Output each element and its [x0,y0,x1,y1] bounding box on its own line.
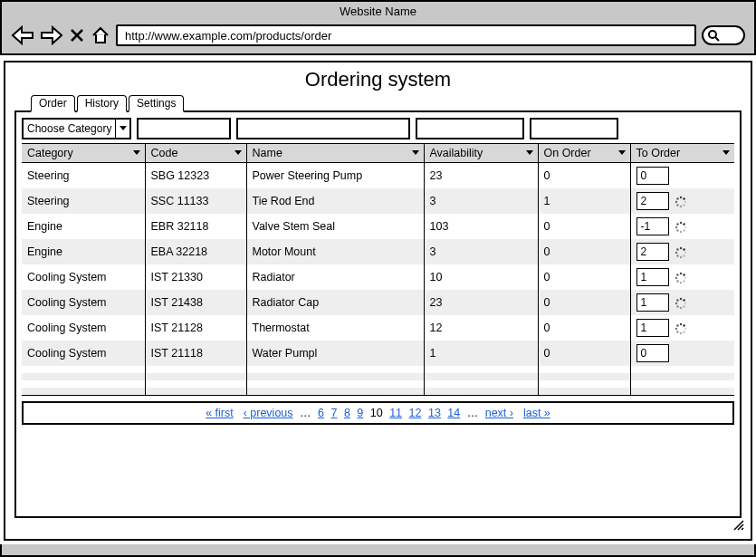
svg-point-25 [684,277,685,279]
cell-category: Engine [22,239,145,264]
sort-arrow-icon [525,147,534,159]
svg-point-34 [683,305,684,307]
search-button[interactable] [702,25,745,45]
tab-history[interactable]: History [77,95,127,112]
svg-point-26 [683,280,684,282]
cell-onorder: 0 [538,214,630,239]
to-order-input[interactable] [636,192,669,210]
to-order-input[interactable] [636,268,669,286]
svg-point-24 [683,248,684,250]
page-first-link[interactable]: « first [206,407,234,419]
page-next-link[interactable]: next › [485,407,513,419]
svg-point-22 [676,248,678,250]
resize-grip-icon[interactable] [732,519,745,535]
cell-code: EBR 32118 [145,214,246,239]
svg-point-30 [676,274,678,275]
page-link[interactable]: 6 [318,407,324,419]
dropdown-arrow-icon [115,120,129,138]
table-row: Cooling SystemIST 21128Thermostat120 [22,315,734,341]
col-header-category[interactable]: Category [22,144,145,163]
cell-availability: 1 [424,341,538,366]
svg-point-6 [676,197,678,199]
svg-point-9 [684,226,685,228]
sort-arrow-icon [617,147,627,159]
cell-code: SSC 11133 [145,188,246,214]
table-row: EngineEBA 32218Motor Mount30 [22,239,734,264]
page-link[interactable]: 13 [428,407,441,419]
col-header-toorder[interactable]: To Order [630,144,734,163]
url-input[interactable] [116,24,696,46]
page-link[interactable]: 7 [330,407,337,419]
tabs: Order History Settings [31,93,742,110]
svg-point-3 [679,206,681,207]
products-table: Category Code Name Availability On Order… [22,143,734,396]
svg-point-38 [676,299,678,301]
sort-arrow-icon [132,147,141,159]
svg-point-10 [683,229,684,231]
col-header-code[interactable]: Code [145,144,246,163]
svg-point-18 [683,254,684,256]
cell-category: Cooling System [22,264,145,290]
table-row-empty [22,373,734,380]
col-header-availability[interactable]: Availability [424,144,538,163]
tab-settings[interactable]: Settings [129,95,184,112]
col-header-name[interactable]: Name [246,144,424,163]
category-select[interactable]: Choose Category [22,118,131,139]
tab-order[interactable]: Order [31,95,75,112]
page-link[interactable]: 9 [357,407,363,419]
browser-titlebar-region: Website Name [0,0,756,55]
to-order-input[interactable] [636,344,669,362]
page-previous-link[interactable]: ‹ previous [244,407,293,419]
cell-name: Valve Stem Seal [246,214,424,239]
to-order-input[interactable] [636,243,669,261]
status-bar [0,544,756,557]
pagination: « first ‹ previous … 6 7 8 9 10 11 12 13… [22,401,734,425]
page-last-link[interactable]: last » [523,407,550,419]
ellipsis: … [467,407,479,419]
to-order-input[interactable] [636,217,669,235]
table-row-empty [22,388,734,396]
forward-button[interactable] [40,25,63,45]
svg-point-4 [676,204,678,206]
svg-point-29 [675,277,676,279]
cell-name: Radiator [246,264,424,290]
to-order-input[interactable] [636,167,669,185]
page-link[interactable]: 12 [409,407,422,419]
sort-arrow-icon [411,147,420,159]
to-order-input[interactable] [636,293,669,312]
spinner-icon [675,297,687,310]
back-button[interactable] [11,25,34,45]
page-link[interactable]: 14 [447,407,460,419]
svg-point-7 [679,197,681,198]
spinner-icon [675,272,687,284]
page-link[interactable]: 11 [389,407,402,419]
filter-availability-input[interactable] [416,118,524,139]
window-title: Website Name [2,2,754,21]
spinner-icon [675,246,687,259]
cell-onorder: 1 [538,188,630,214]
to-order-input[interactable] [636,319,669,337]
cell-availability: 23 [424,163,538,189]
filter-code-input[interactable] [137,118,231,139]
svg-point-33 [684,303,685,304]
col-header-onorder[interactable]: On Order [538,144,630,163]
cell-category: Steering [22,163,145,189]
cell-toorder [630,188,734,214]
home-button[interactable] [91,25,110,45]
svg-point-42 [683,331,684,332]
stop-button[interactable] [69,27,85,43]
svg-point-12 [676,229,678,231]
cell-toorder [630,290,734,315]
cell-onorder: 0 [538,341,630,366]
cell-category: Cooling System [22,341,145,366]
cell-category: Engine [22,214,145,239]
cell-onorder: 0 [538,239,630,264]
cell-name: Water Pumpl [246,341,424,366]
cell-name: Power Steering Pump [246,163,424,189]
filter-onorder-input[interactable] [530,118,618,139]
page-link[interactable]: 8 [344,407,350,419]
filter-name-input[interactable] [236,118,410,139]
table-row-empty [22,380,734,388]
table-row: EngineEBR 32118Valve Stem Seal1030 [22,214,734,239]
cell-onorder: 0 [538,264,630,290]
